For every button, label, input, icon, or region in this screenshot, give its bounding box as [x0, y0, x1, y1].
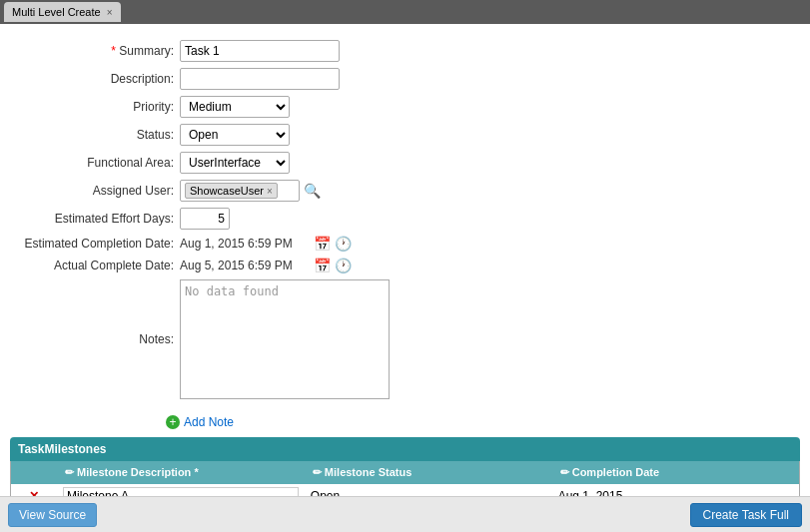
actual-complete-value: Aug 5, 2015 6:59 PM — [180, 259, 310, 272]
bottom-bar: View Source Create Task Full — [0, 496, 810, 532]
notes-label: Notes: — [20, 332, 180, 346]
assigned-user-container: ShowcaseUser × — [180, 180, 300, 202]
edit-date-icon: ✏ — [560, 466, 572, 478]
form-section: Summary: Description: Priority: Low Medi… — [0, 34, 810, 411]
milestones-table-header-row: ✏ Milestone Description * ✏ Milestone St… — [11, 461, 800, 484]
functional-area-label: Functional Area: — [20, 156, 180, 170]
edit-status-icon: ✏ — [313, 466, 325, 478]
milestones-title: TaskMilestones — [18, 442, 106, 456]
view-source-button[interactable]: View Source — [8, 503, 97, 527]
functional-area-row: Functional Area: UserInterface Backend D… — [20, 152, 790, 174]
add-note-plus-icon: + — [166, 415, 180, 429]
actual-complete-calendar-icon[interactable]: 📅 — [314, 258, 331, 273]
status-row: Status: Open Closed In Progress — [20, 124, 790, 146]
actual-complete-label: Actual Complete Date: — [20, 259, 180, 272]
priority-label: Priority: — [20, 100, 180, 114]
add-note-button[interactable]: + Add Note — [166, 415, 234, 429]
col-status-header: ✏ Milestone Status — [305, 461, 552, 484]
estimated-completion-field: Aug 1, 2015 6:59 PM 📅 🕐 — [180, 236, 352, 252]
assigned-user-name: ShowcaseUser — [190, 185, 264, 197]
status-select[interactable]: Open Closed In Progress — [180, 124, 290, 146]
summary-input[interactable] — [180, 40, 340, 62]
status-label: Status: — [20, 128, 180, 142]
assigned-user-search-icon[interactable]: 🔍 — [304, 183, 321, 199]
assigned-user-row: Assigned User: ShowcaseUser × 🔍 — [20, 180, 790, 202]
assigned-user-label: Assigned User: — [20, 184, 180, 198]
col-delete-header — [11, 461, 57, 484]
description-input[interactable] — [180, 68, 340, 90]
estimated-completion-clock-icon[interactable]: 🕐 — [335, 236, 352, 252]
description-row: Description: — [20, 68, 790, 90]
tab-close-icon[interactable]: × — [107, 7, 113, 18]
col-date-header: ✏ Completion Date — [552, 461, 800, 484]
functional-area-select[interactable]: UserInterface Backend Database — [180, 152, 290, 174]
tab-multi-level-create[interactable]: Multi Level Create × — [4, 2, 121, 22]
notes-row: Notes: No data found — [20, 279, 790, 399]
priority-select[interactable]: Low Medium High — [180, 96, 290, 118]
assigned-user-remove[interactable]: × — [267, 186, 273, 197]
estimated-effort-row: Estimated Effort Days: — [20, 208, 790, 230]
description-label: Description: — [20, 72, 180, 86]
estimated-completion-value: Aug 1, 2015 6:59 PM — [180, 237, 310, 251]
edit-milestone-icon: ✏ — [65, 466, 77, 478]
estimated-completion-row: Estimated Completion Date: Aug 1, 2015 6… — [20, 236, 790, 252]
summary-label: Summary: — [20, 44, 180, 58]
main-content: Summary: Description: Priority: Low Medi… — [0, 24, 810, 532]
estimated-effort-label: Estimated Effort Days: — [20, 212, 180, 226]
create-task-button[interactable]: Create Task Full — [690, 503, 802, 527]
actual-complete-field: Aug 5, 2015 6:59 PM 📅 🕐 — [180, 258, 352, 273]
notes-textarea[interactable]: No data found — [180, 279, 390, 399]
actual-complete-clock-icon[interactable]: 🕐 — [335, 258, 352, 273]
add-note-row: + Add Note — [166, 415, 810, 429]
assigned-user-tag: ShowcaseUser × — [185, 183, 278, 199]
estimated-completion-calendar-icon[interactable]: 📅 — [314, 236, 331, 252]
priority-row: Priority: Low Medium High — [20, 96, 790, 118]
col-milestone-header: ✏ Milestone Description * — [57, 461, 305, 484]
tab-label: Multi Level Create — [12, 6, 101, 18]
estimated-effort-input[interactable] — [180, 208, 230, 230]
tab-bar: Multi Level Create × — [0, 0, 810, 24]
milestones-header: TaskMilestones — [10, 437, 800, 461]
estimated-completion-label: Estimated Completion Date: — [20, 237, 180, 251]
summary-row: Summary: — [20, 40, 790, 62]
add-note-label: Add Note — [184, 415, 234, 429]
actual-complete-row: Actual Complete Date: Aug 5, 2015 6:59 P… — [20, 258, 790, 273]
